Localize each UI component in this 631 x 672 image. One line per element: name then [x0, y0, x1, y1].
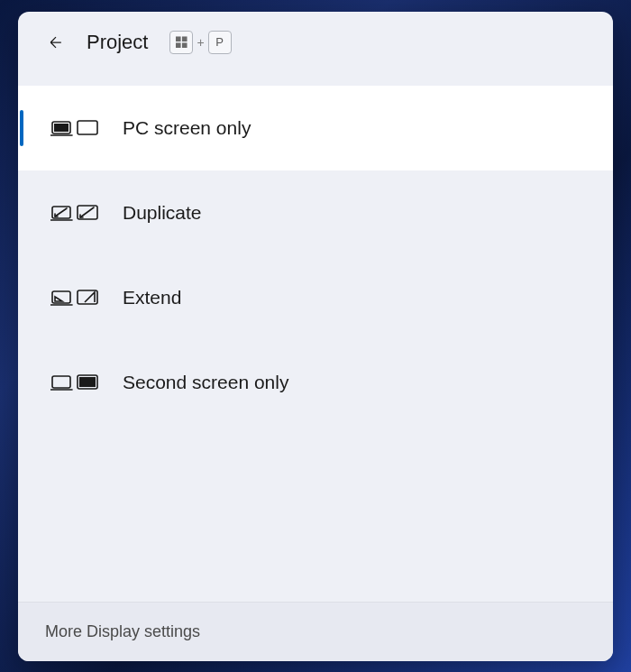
keyboard-shortcut-hint: + P — [169, 31, 231, 54]
option-extend[interactable]: Extend — [18, 255, 613, 340]
back-button[interactable] — [43, 30, 69, 55]
flyout-header: Project + P — [18, 12, 613, 68]
extend-icon — [50, 284, 101, 311]
svg-rect-13 — [52, 376, 70, 388]
plus-separator: + — [197, 35, 204, 50]
svg-rect-6 — [78, 121, 97, 134]
option-label: Extend — [123, 287, 181, 308]
option-duplicate[interactable]: Duplicate — [18, 170, 613, 255]
svg-rect-2 — [176, 42, 181, 48]
svg-rect-3 — [182, 42, 187, 48]
flyout-footer: More Display settings — [18, 602, 613, 661]
option-label: Duplicate — [123, 202, 202, 224]
project-flyout: Project + P — [18, 12, 613, 661]
duplicate-icon — [50, 199, 101, 226]
option-pc-screen-only[interactable]: PC screen only — [18, 86, 613, 170]
flyout-title: Project — [87, 31, 148, 54]
svg-rect-1 — [182, 36, 187, 41]
windows-key-icon — [169, 31, 193, 54]
option-label: PC screen only — [123, 117, 251, 139]
pc-screen-only-icon — [50, 115, 101, 142]
svg-rect-0 — [176, 36, 181, 41]
option-second-screen-only[interactable]: Second screen only — [18, 340, 613, 425]
p-key-icon: P — [208, 31, 232, 54]
second-screen-only-icon — [50, 369, 101, 396]
option-label: Second screen only — [123, 372, 288, 393]
back-arrow-icon — [47, 33, 65, 51]
more-display-settings-link[interactable]: More Display settings — [45, 622, 586, 641]
project-options-list: PC screen only Duplicate — [18, 68, 613, 602]
